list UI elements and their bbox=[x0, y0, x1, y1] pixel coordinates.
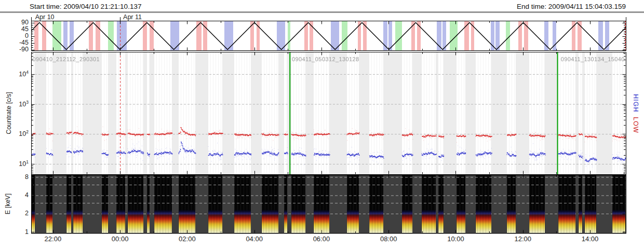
end-time-label: End time: 2009/04/11 15:04:03.159 bbox=[517, 3, 626, 10]
low-energy-emission bbox=[402, 210, 412, 233]
low-energy-emission bbox=[32, 210, 35, 233]
low-energy-emission bbox=[612, 210, 625, 233]
right-axis-channel-labels: HIGH LOW bbox=[631, 75, 639, 153]
emission-speckle-texture bbox=[234, 210, 251, 233]
countrate-ytick-label: 104 bbox=[0, 70, 29, 78]
emission-speckle-texture bbox=[154, 210, 172, 233]
low-energy-emission bbox=[179, 210, 195, 233]
low-energy-emission bbox=[234, 210, 251, 233]
low-energy-emission bbox=[457, 210, 465, 233]
emission-speckle-texture bbox=[314, 210, 329, 233]
elevation-ytick-label: -45 bbox=[0, 39, 29, 46]
elevation-wave-layer bbox=[31, 21, 626, 51]
emission-speckle-texture bbox=[128, 210, 143, 233]
emission-speckle-texture bbox=[102, 210, 108, 233]
emission-speckle-texture bbox=[46, 210, 52, 233]
emission-speckle-texture bbox=[476, 210, 491, 233]
figure: Start time: 2009/04/10 21:21:10.137 End … bbox=[0, 0, 644, 249]
time-xtick-label: 10:00 bbox=[440, 235, 471, 243]
elevation-ytick-label: -90 bbox=[0, 46, 29, 53]
low-channel-label: LOW bbox=[632, 117, 639, 133]
emission-speckle-texture bbox=[422, 210, 436, 233]
emission-speckle-texture bbox=[284, 210, 287, 233]
emission-speckle-texture bbox=[208, 210, 222, 233]
low-energy-emission bbox=[102, 210, 108, 233]
low-energy-emission bbox=[147, 210, 150, 233]
file-id-annotation: 090411_130134_15040 bbox=[561, 56, 625, 62]
file-id-annotation: 090411_050312_130128 bbox=[292, 56, 359, 62]
emission-speckle-texture bbox=[457, 210, 465, 233]
low-energy-emission bbox=[347, 210, 359, 233]
low-energy-emission bbox=[66, 210, 71, 233]
emission-speckle-texture bbox=[579, 210, 582, 233]
file-id-annotation: 090410_212112_290301 bbox=[32, 56, 100, 62]
emission-speckle-texture bbox=[369, 210, 383, 233]
emission-speckle-texture bbox=[66, 210, 71, 233]
time-xtick-label: 08:00 bbox=[373, 235, 404, 243]
low-energy-emission bbox=[208, 210, 222, 233]
time-xtick-label: 14:00 bbox=[574, 235, 606, 243]
low-energy-emission bbox=[73, 210, 83, 233]
time-xtick-label: 00:00 bbox=[104, 235, 136, 243]
countrate-panel: 090410_212112_290301090411_050312_130128… bbox=[31, 52, 626, 174]
low-energy-emission bbox=[438, 210, 443, 233]
emission-speckle-texture bbox=[32, 210, 35, 233]
low-energy-emission bbox=[116, 210, 125, 233]
spectrogram-panel bbox=[31, 175, 626, 233]
low-energy-emission bbox=[579, 210, 582, 233]
time-xtick-label: 04:00 bbox=[239, 235, 270, 243]
countrate-ytick-label: 103 bbox=[0, 100, 29, 108]
low-energy-emission bbox=[314, 210, 329, 233]
low-energy-emission bbox=[507, 210, 516, 233]
emission-speckle-texture bbox=[438, 210, 443, 233]
elevation-panel bbox=[31, 21, 626, 51]
energy-ytick-label: 8 bbox=[0, 173, 29, 181]
emission-speckle-texture bbox=[402, 210, 412, 233]
emission-speckle-texture bbox=[558, 210, 576, 233]
low-energy-emission bbox=[529, 210, 545, 233]
countrate-ytick-label: 102 bbox=[0, 129, 29, 137]
time-xtick-label: 12:00 bbox=[507, 235, 539, 243]
low-energy-emission bbox=[422, 210, 436, 233]
low-energy-emission bbox=[262, 210, 278, 233]
time-xtick-label: 06:00 bbox=[306, 235, 337, 243]
emission-speckle-texture bbox=[585, 210, 596, 233]
date-label: Apr 11 bbox=[123, 13, 142, 21]
low-energy-emission bbox=[585, 210, 596, 233]
emission-speckle-texture bbox=[73, 210, 83, 233]
elevation-ytick-label: 45 bbox=[0, 25, 29, 33]
low-energy-emission bbox=[128, 210, 143, 233]
time-xtick-label: 02:00 bbox=[171, 235, 203, 243]
emission-speckle-texture bbox=[262, 210, 278, 233]
emission-speckle-texture bbox=[347, 210, 359, 233]
low-energy-emission bbox=[154, 210, 172, 233]
emission-speckle-texture bbox=[291, 210, 305, 233]
countrate-scatter-canvas bbox=[31, 52, 626, 174]
energy-ytick-label: 2 bbox=[0, 210, 29, 217]
emission-speckle-texture bbox=[529, 210, 545, 233]
title-separator-line bbox=[0, 11, 644, 13]
elevation-ytick-label: 0 bbox=[0, 32, 29, 39]
date-label: Apr 10 bbox=[35, 13, 55, 21]
low-energy-emission bbox=[46, 210, 52, 233]
low-energy-emission bbox=[291, 210, 305, 233]
low-energy-emission bbox=[369, 210, 383, 233]
time-xtick-label: 22:00 bbox=[37, 235, 69, 243]
start-time-label: Start time: 2009/04/10 21:21:10.137 bbox=[30, 3, 141, 10]
countrate-ytick-label: 101 bbox=[0, 159, 29, 168]
energy-ytick-label: 1 bbox=[0, 228, 29, 236]
emission-speckle-texture bbox=[147, 210, 150, 233]
emission-speckle-texture bbox=[507, 210, 516, 233]
low-energy-emission bbox=[558, 210, 576, 233]
emission-speckle-texture bbox=[612, 210, 625, 233]
low-energy-emission bbox=[284, 210, 287, 233]
emission-speckle-texture bbox=[179, 210, 195, 233]
low-energy-emission bbox=[476, 210, 491, 233]
emission-speckle-texture bbox=[116, 210, 125, 233]
elevation-ytick-label: 90 bbox=[0, 19, 29, 26]
energy-ytick-label: 4 bbox=[0, 191, 29, 199]
high-channel-label: HIGH bbox=[632, 94, 639, 112]
